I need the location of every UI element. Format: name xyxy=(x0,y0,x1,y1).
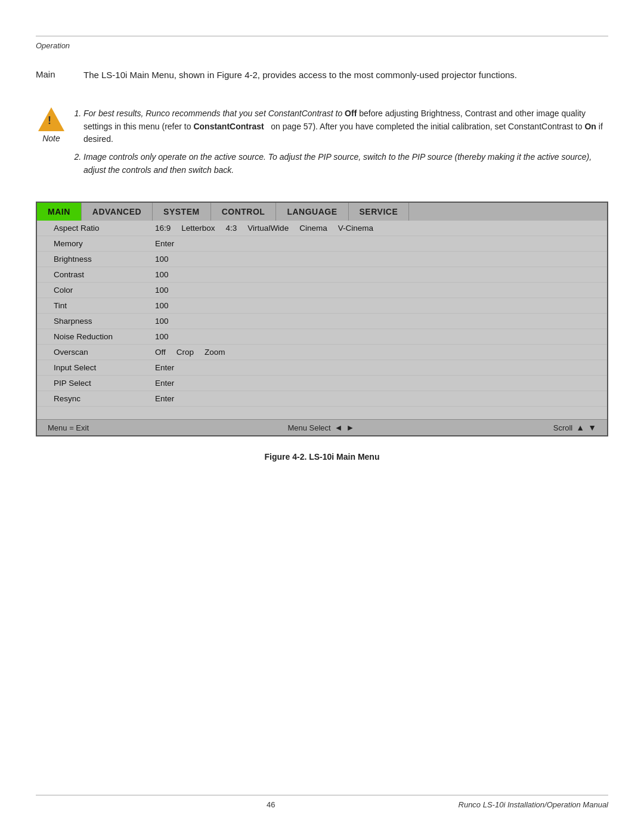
left-arrow-icon: ◄ xyxy=(335,423,343,432)
note-text: For best results, Runco recommends that … xyxy=(73,107,608,181)
row-label-aspect-ratio: Aspect Ratio xyxy=(54,224,155,233)
menu-footer: Menu = Exit Menu Select ◄ ► Scroll ▲ ▼ xyxy=(37,419,607,435)
page-header: Operation xyxy=(0,36,644,50)
menu-tabs: MAIN ADVANCED SYSTEM CONTROL LANGUAGE SE… xyxy=(37,203,607,221)
row-label-pip-select: PIP Select xyxy=(54,379,155,388)
page-number: 46 xyxy=(83,800,459,809)
note-icon-area: Note xyxy=(36,107,67,143)
row-label-noise-reduction: Noise Reduction xyxy=(54,332,155,341)
row-values-input-select: Enter xyxy=(155,363,174,372)
menu-rows: Aspect Ratio 16:9 Letterbox 4:3 VirtualW… xyxy=(37,221,607,419)
row-values-resync: Enter xyxy=(155,394,174,403)
row-values-pip-select: Enter xyxy=(155,379,174,388)
row-resync[interactable]: Resync Enter xyxy=(37,391,607,407)
tab-service[interactable]: SERVICE xyxy=(349,203,410,221)
tab-system[interactable]: SYSTEM xyxy=(153,203,211,221)
down-arrow-icon: ▼ xyxy=(588,423,596,432)
footer-scroll-label: Scroll xyxy=(553,423,573,432)
row-values-memory: Enter xyxy=(155,239,174,248)
row-contrast[interactable]: Contrast 100 xyxy=(37,267,607,283)
row-input-select[interactable]: Input Select Enter xyxy=(37,360,607,376)
footer-exit-label: Menu = Exit xyxy=(48,423,89,432)
row-label-contrast: Contrast xyxy=(54,270,155,279)
row-label-tint: Tint xyxy=(54,301,155,310)
row-label-color: Color xyxy=(54,286,155,295)
bottom-rule xyxy=(36,795,608,795)
bottom-area: 46 Runco LS-10i Installation/Operation M… xyxy=(0,795,644,809)
bottom-left-empty xyxy=(36,800,83,809)
row-brightness[interactable]: Brightness 100 xyxy=(37,252,607,267)
row-spacer xyxy=(37,407,607,419)
right-arrow-icon: ► xyxy=(346,423,355,432)
note-label: Note xyxy=(42,134,60,143)
row-values-aspect-ratio: 16:9 Letterbox 4:3 VirtualWide Cinema V-… xyxy=(155,224,373,233)
row-overscan[interactable]: Overscan Off Crop Zoom xyxy=(37,345,607,360)
tab-advanced[interactable]: ADVANCED xyxy=(82,203,153,221)
row-values-tint: 100 xyxy=(155,301,169,310)
row-memory[interactable]: Memory Enter xyxy=(37,236,607,252)
footer-title: Runco LS-10i Installation/Operation Manu… xyxy=(459,800,608,809)
row-noise-reduction[interactable]: Noise Reduction 100 xyxy=(37,329,607,345)
footer-menu-exit: Menu = Exit xyxy=(48,423,89,432)
row-tint[interactable]: Tint 100 xyxy=(37,298,607,314)
row-values-contrast: 100 xyxy=(155,270,169,279)
note-item-1: For best results, Runco recommends that … xyxy=(83,107,608,146)
row-pip-select[interactable]: PIP Select Enter xyxy=(37,376,607,391)
row-values-overscan: Off Crop Zoom xyxy=(155,348,225,357)
row-values-color: 100 xyxy=(155,286,169,295)
row-label-memory: Memory xyxy=(54,239,155,248)
row-sharpness[interactable]: Sharpness 100 xyxy=(37,314,607,329)
tab-control[interactable]: CONTROL xyxy=(211,203,277,221)
warning-triangle-icon xyxy=(38,107,64,131)
menu-container: MAIN ADVANCED SYSTEM CONTROL LANGUAGE SE… xyxy=(36,202,608,436)
row-color[interactable]: Color 100 xyxy=(37,283,607,298)
row-label-input-select: Input Select xyxy=(54,363,155,372)
bottom-page-info: 46 Runco LS-10i Installation/Operation M… xyxy=(36,800,608,809)
note-block: Note For best results, Runco recommends … xyxy=(36,107,608,181)
row-values-sharpness: 100 xyxy=(155,317,169,326)
note-item-2: Image controls only operate on the activ… xyxy=(83,151,608,176)
figure-caption: Figure 4-2. LS-10i Main Menu xyxy=(36,452,608,462)
section-body: The LS-10i Main Menu, shown in Figure 4-… xyxy=(83,68,608,82)
footer-select-label: Menu Select xyxy=(287,423,330,432)
section-label: Main xyxy=(36,68,83,82)
content-area: Main The LS-10i Main Menu, shown in Figu… xyxy=(0,50,644,479)
row-label-overscan: Overscan xyxy=(54,348,155,357)
row-label-sharpness: Sharpness xyxy=(54,317,155,326)
tab-language[interactable]: LANGUAGE xyxy=(276,203,348,221)
footer-scroll: Scroll ▲ ▼ xyxy=(553,423,596,432)
footer-menu-select: Menu Select ◄ ► xyxy=(287,423,354,432)
row-label-resync: Resync xyxy=(54,394,155,403)
main-section: Main The LS-10i Main Menu, shown in Figu… xyxy=(36,68,608,82)
row-values-noise-reduction: 100 xyxy=(155,332,169,341)
row-label-brightness: Brightness xyxy=(54,255,155,264)
tab-main[interactable]: MAIN xyxy=(37,203,82,221)
row-values-brightness: 100 xyxy=(155,255,169,264)
row-aspect-ratio[interactable]: Aspect Ratio 16:9 Letterbox 4:3 VirtualW… xyxy=(37,221,607,236)
up-arrow-icon: ▲ xyxy=(576,423,584,432)
